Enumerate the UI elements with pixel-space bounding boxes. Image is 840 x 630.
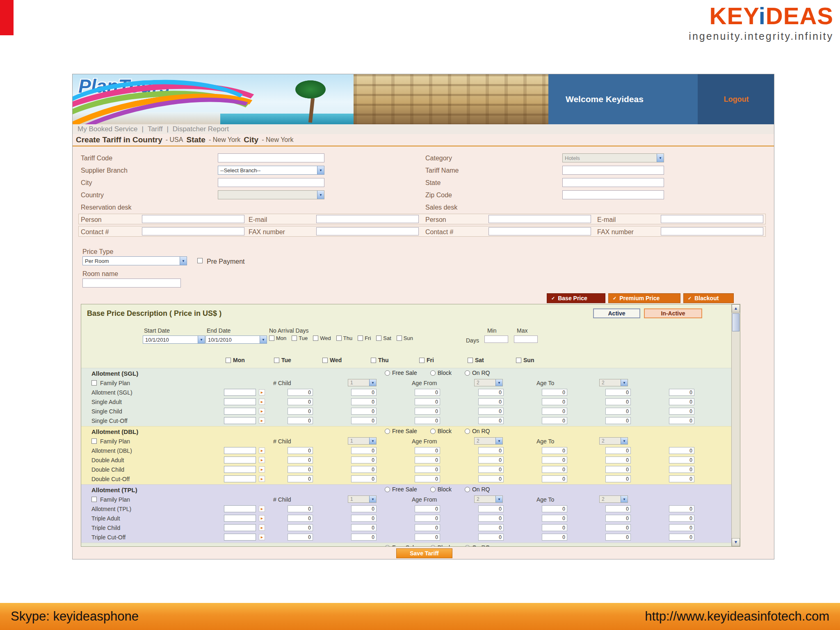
child-count-dropdown[interactable]: 1 ▼ bbox=[348, 495, 377, 503]
day-value-input[interactable] bbox=[415, 417, 440, 424]
active-button[interactable]: Active bbox=[593, 308, 640, 318]
day-value-input[interactable] bbox=[605, 534, 631, 541]
row-main-input[interactable] bbox=[224, 475, 256, 482]
day-value-input[interactable] bbox=[415, 457, 440, 463]
day-value-input[interactable] bbox=[288, 505, 313, 512]
radio-block[interactable]: Block bbox=[430, 370, 452, 376]
reservation-email-input[interactable] bbox=[316, 215, 419, 223]
reservation-fax-input[interactable] bbox=[316, 227, 419, 235]
day-value-input[interactable] bbox=[478, 505, 504, 512]
day-value-input[interactable] bbox=[288, 417, 313, 424]
checkbox-fri[interactable] bbox=[419, 358, 425, 363]
checkbox-tue[interactable] bbox=[292, 336, 297, 341]
day-value-input[interactable] bbox=[288, 524, 313, 531]
tariff-code-input[interactable] bbox=[218, 153, 324, 162]
checkbox-sat[interactable] bbox=[468, 358, 473, 363]
day-value-input[interactable] bbox=[351, 475, 377, 482]
copy-value-icon[interactable]: ▸ bbox=[259, 525, 265, 531]
checkbox-fri[interactable] bbox=[358, 336, 363, 341]
supplier-branch-dropdown[interactable]: --Select Branch-- ▼ bbox=[218, 166, 324, 175]
state-input[interactable] bbox=[562, 178, 664, 187]
copy-value-icon[interactable]: ▸ bbox=[259, 466, 265, 472]
day-value-input[interactable] bbox=[605, 466, 631, 473]
vertical-scrollbar[interactable]: ▲ ▼ bbox=[731, 304, 740, 546]
checkbox-sun[interactable] bbox=[397, 336, 402, 341]
checkbox-sun[interactable] bbox=[516, 358, 521, 363]
city-input[interactable] bbox=[218, 178, 324, 187]
day-value-input[interactable] bbox=[542, 524, 567, 531]
nav-dispatcher-report[interactable]: Dispatcher Report bbox=[173, 125, 229, 133]
inactive-button[interactable]: In-Active bbox=[644, 308, 702, 318]
row-main-input[interactable] bbox=[224, 389, 256, 396]
day-value-input[interactable] bbox=[415, 466, 440, 473]
row-main-input[interactable] bbox=[224, 534, 256, 541]
row-main-input[interactable] bbox=[224, 505, 256, 512]
day-value-input[interactable] bbox=[288, 466, 313, 473]
day-value-input[interactable] bbox=[605, 398, 631, 405]
day-value-input[interactable] bbox=[415, 515, 440, 522]
checkbox-wed[interactable] bbox=[313, 336, 318, 341]
copy-value-icon[interactable]: ▸ bbox=[259, 534, 265, 540]
day-value-input[interactable] bbox=[669, 447, 694, 454]
radio-free-sale[interactable]: Free Sale bbox=[385, 370, 417, 376]
day-value-input[interactable] bbox=[605, 475, 631, 482]
radio-on-rq[interactable]: On RQ bbox=[465, 428, 490, 434]
age-from-dropdown[interactable]: 2 ▼ bbox=[474, 437, 503, 445]
day-value-input[interactable] bbox=[288, 475, 313, 482]
day-value-input[interactable] bbox=[605, 389, 631, 396]
radio-free-sale[interactable]: Free Sale bbox=[385, 486, 417, 493]
radio-block[interactable]: Block bbox=[430, 544, 452, 547]
day-value-input[interactable] bbox=[669, 408, 694, 415]
day-value-input[interactable] bbox=[351, 524, 377, 531]
day-value-input[interactable] bbox=[542, 417, 567, 424]
day-value-input[interactable] bbox=[542, 505, 567, 512]
day-value-input[interactable] bbox=[415, 534, 440, 541]
day-value-input[interactable] bbox=[669, 505, 694, 512]
day-value-input[interactable] bbox=[351, 457, 377, 463]
row-main-input[interactable] bbox=[224, 398, 256, 405]
max-days-input[interactable] bbox=[514, 336, 538, 343]
price-type-dropdown[interactable]: Per Room ▼ bbox=[82, 256, 187, 265]
row-main-input[interactable] bbox=[224, 457, 256, 463]
family-plan-checkbox[interactable] bbox=[91, 438, 97, 444]
day-value-input[interactable] bbox=[415, 475, 440, 482]
day-value-input[interactable] bbox=[288, 447, 313, 454]
reservation-contact-input[interactable] bbox=[142, 227, 244, 235]
pre-payment-checkbox[interactable] bbox=[197, 258, 203, 263]
checkbox-mon[interactable] bbox=[269, 336, 274, 341]
tariff-name-input[interactable] bbox=[562, 166, 664, 175]
save-tariff-button[interactable]: Save Tariff bbox=[396, 548, 452, 558]
day-value-input[interactable] bbox=[351, 408, 377, 415]
day-value-input[interactable] bbox=[542, 534, 567, 541]
day-value-input[interactable] bbox=[478, 534, 504, 541]
day-value-input[interactable] bbox=[542, 515, 567, 522]
day-value-input[interactable] bbox=[478, 447, 504, 454]
day-value-input[interactable] bbox=[288, 515, 313, 522]
day-value-input[interactable] bbox=[415, 447, 440, 454]
radio-free-sale[interactable]: Free Sale bbox=[385, 428, 417, 434]
day-value-input[interactable] bbox=[605, 524, 631, 531]
row-main-input[interactable] bbox=[224, 447, 256, 454]
age-to-dropdown[interactable]: 2 ▼ bbox=[599, 437, 628, 445]
day-value-input[interactable] bbox=[351, 417, 377, 424]
checkbox-thu[interactable] bbox=[336, 336, 342, 341]
copy-value-icon[interactable]: ▸ bbox=[259, 515, 265, 521]
scroll-down-button[interactable]: ▼ bbox=[732, 538, 740, 546]
day-value-input[interactable] bbox=[288, 389, 313, 396]
day-value-input[interactable] bbox=[351, 505, 377, 512]
nav-my-booked-service[interactable]: My Booked Service bbox=[78, 125, 137, 133]
family-plan-checkbox[interactable] bbox=[91, 497, 97, 502]
row-main-input[interactable] bbox=[224, 408, 256, 415]
day-value-input[interactable] bbox=[605, 447, 631, 454]
copy-value-icon[interactable]: ▸ bbox=[259, 399, 265, 405]
day-value-input[interactable] bbox=[351, 534, 377, 541]
day-value-input[interactable] bbox=[669, 515, 694, 522]
day-value-input[interactable] bbox=[351, 515, 377, 522]
radio-on-rq[interactable]: On RQ bbox=[465, 544, 490, 547]
day-value-input[interactable] bbox=[478, 524, 504, 531]
day-value-input[interactable] bbox=[351, 466, 377, 473]
day-value-input[interactable] bbox=[605, 515, 631, 522]
day-value-input[interactable] bbox=[669, 466, 694, 473]
day-value-input[interactable] bbox=[669, 524, 694, 531]
scroll-up-button[interactable]: ▲ bbox=[732, 304, 740, 313]
